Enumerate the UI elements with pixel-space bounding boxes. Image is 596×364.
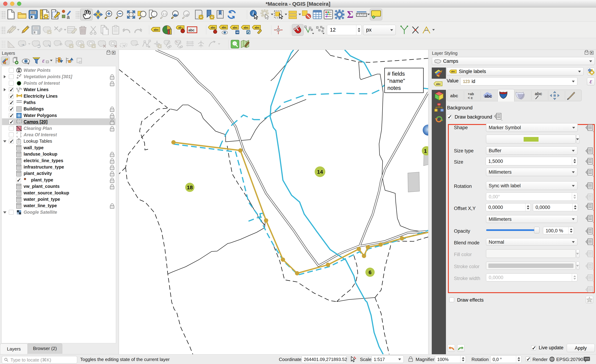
svg-text:Σ: Σ [347, 10, 354, 19]
svg-text:abc: abc [451, 70, 455, 73]
svg-text:# fields: # fields [387, 71, 405, 77]
svg-text:< c: < c [468, 96, 473, 100]
svg-text:abc: abc [535, 91, 542, 96]
svg-text:abc: abc [450, 93, 458, 98]
svg-text:notes: notes [387, 85, 401, 91]
svg-text:1:1: 1:1 [163, 13, 167, 16]
svg-text:a: a [67, 14, 70, 20]
svg-text:abc: abc [188, 28, 194, 32]
svg-text:abc: abc [436, 83, 441, 86]
svg-text:14: 14 [317, 169, 323, 175]
svg-text:ε: ε [42, 57, 45, 64]
svg-text:ab: ab [178, 26, 182, 29]
svg-text:+ab: +ab [468, 92, 474, 96]
svg-text:6: 6 [369, 269, 372, 275]
svg-text:18: 18 [187, 184, 193, 190]
svg-text:"name": "name" [387, 78, 405, 84]
svg-text:abc: abc [484, 94, 492, 99]
svg-text:i: i [253, 11, 254, 16]
svg-text:1: 1 [424, 148, 427, 154]
